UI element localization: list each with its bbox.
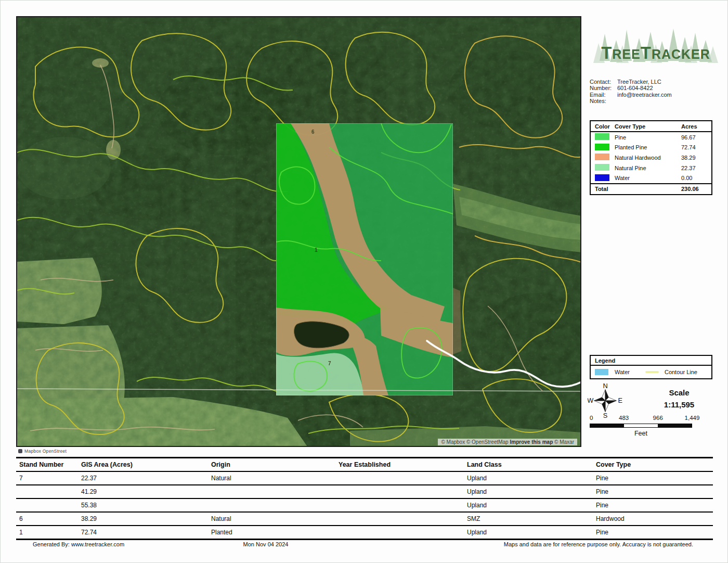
compass-rose-icon: N E S W: [588, 383, 623, 418]
footer-date: Mon Nov 04 2024: [198, 541, 333, 547]
table-row: 55.38UplandPine: [16, 498, 713, 512]
email-value: info@treetracker.com: [617, 92, 672, 98]
map-attribution: © Mapbox © OpenStreetMap Improve this ma…: [438, 439, 577, 445]
planted-pine-color-swatch: [595, 144, 609, 150]
stands-table: Stand Number GIS Area (Acres) Origin Yea…: [16, 457, 713, 540]
table-row: 172.74PlantedUplandPine: [16, 526, 713, 540]
contour-legend-label: Contour Line: [665, 369, 697, 375]
water-legend-swatch: [595, 369, 608, 375]
footer-disclaimer: Maps and data are for reference purpose …: [504, 541, 693, 547]
stand-label: 1: [315, 247, 318, 253]
improve-map-link[interactable]: Improve this map: [510, 439, 553, 445]
number-label: Number:: [590, 85, 617, 91]
satellite-map[interactable]: 6 1 7 © Mapbox © OpenStreetMap Improve t…: [16, 16, 581, 447]
treetracker-logo: TREETRACKER: [592, 24, 719, 76]
cover-table-total: Total 230.06: [591, 183, 711, 194]
legend-title: Legend: [591, 356, 711, 366]
cover-type-table: Color Cover Type Acres Pine 96.67 Plante…: [590, 120, 712, 195]
scale-unit: Feet: [590, 430, 692, 437]
cover-row-planted-pine: Planted Pine 72.74: [591, 143, 711, 153]
table-row: 638.29NaturalSMZHardwood: [16, 512, 713, 526]
pine-color-swatch: [595, 133, 609, 140]
scale-bar-segments: [590, 424, 692, 428]
cover-row-pine: Pine 96.67: [591, 132, 711, 143]
attribution-text-2: © Maxar: [554, 439, 574, 445]
contact-label: Contact:: [590, 79, 617, 85]
scale-ticks: 0 483 966 1,449: [590, 415, 692, 423]
notes-label: Notes:: [590, 98, 617, 104]
cover-row-water: Water 0.00: [591, 173, 711, 183]
email-label: Email:: [590, 92, 617, 98]
stand-overlay: [276, 123, 453, 395]
scale-bar: 0 483 966 1,449 Feet: [590, 415, 692, 437]
footer-generated-by: Generated By: www.treetracker.com: [33, 541, 124, 547]
stand-label: 7: [328, 361, 331, 366]
cover-table-header: Color Cover Type Acres: [591, 121, 711, 132]
cover-row-natural-pine: Natural Pine 22.37: [591, 163, 711, 173]
water-color-swatch: [595, 174, 609, 181]
report-page: 6 1 7 © Mapbox © OpenStreetMap Improve t…: [0, 0, 728, 563]
water-legend-label: Water: [615, 369, 630, 375]
compass-n-label: N: [603, 383, 607, 390]
table-row: 41.29UplandPine: [16, 485, 713, 498]
stands-table-header-row: Stand Number GIS Area (Acres) Origin Yea…: [16, 458, 713, 472]
attribution-text: © Mapbox © OpenStreetMap: [441, 439, 508, 445]
map-canvas: [17, 17, 581, 447]
natural-hardwood-color-swatch: [595, 153, 609, 160]
stand-label: 6: [311, 129, 315, 135]
natural-pine-color-swatch: [595, 164, 609, 171]
table-row: 722.37NaturalUplandPine: [16, 471, 713, 485]
compass-e-label: E: [618, 396, 622, 404]
contour-legend-swatch: [645, 371, 659, 373]
logo-wordmark: TREETRACKER: [592, 43, 719, 63]
mini-attribution: Mapbox OpenStreet: [18, 449, 67, 454]
cover-row-natural-hardwood: Natural Hardwood 38.29: [591, 152, 711, 163]
number-value: 601-604-8422: [617, 85, 653, 91]
compass-w-label: W: [588, 396, 593, 404]
contact-block: Contact:TreeTracker, LLC Number:601-604-…: [590, 79, 672, 105]
contact-value: TreeTracker, LLC: [617, 79, 661, 85]
mapbox-logo-icon: [18, 449, 22, 453]
scale-title: Scale: [644, 387, 714, 399]
legend: Legend Water Contour Line: [590, 355, 712, 379]
scale-ratio: 1:11,595: [644, 399, 714, 411]
scale-header: Scale 1:11,595: [644, 387, 714, 411]
